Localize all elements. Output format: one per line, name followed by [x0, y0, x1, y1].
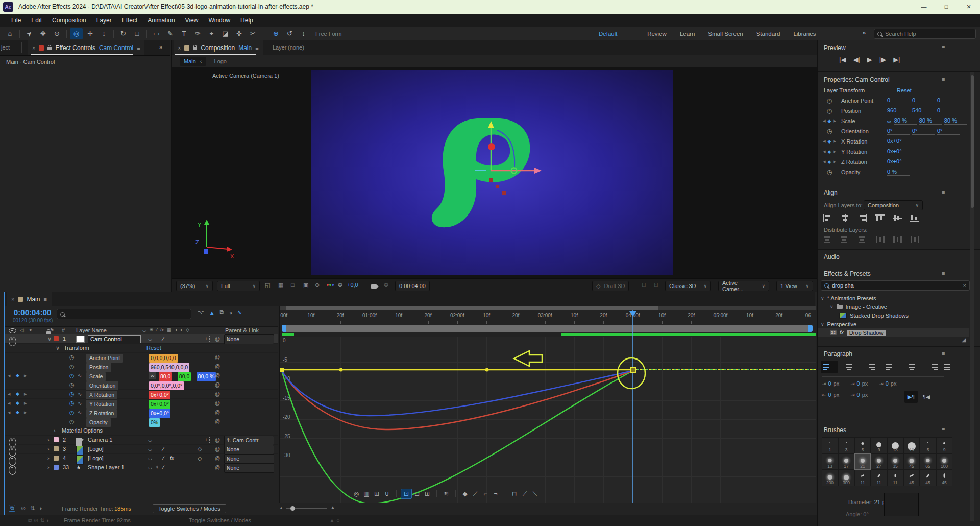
parent-dropdown[interactable]: None∨	[224, 334, 274, 344]
property-value[interactable]: 0	[937, 97, 960, 104]
close-tab-icon[interactable]: ×	[178, 45, 181, 51]
attach-point-box[interactable]: ⟂	[203, 437, 210, 443]
motion-blur-icon[interactable]: ◑	[229, 309, 232, 316]
keyframe-selected[interactable]	[630, 367, 635, 372]
clone-stamp-tool[interactable]: ⌖	[205, 28, 218, 39]
next-keyframe-icon[interactable]: ▶	[24, 399, 27, 408]
paragraph-justify-last-left-button[interactable]	[884, 361, 901, 373]
next-keyframe-icon[interactable]: ▶	[833, 150, 836, 154]
stopwatch-icon[interactable]: ◷	[69, 353, 75, 362]
paragraph-justify-all-button[interactable]	[942, 361, 960, 373]
space-after-value[interactable]: 0	[857, 392, 860, 398]
zoom-tool[interactable]: ⊙	[51, 28, 63, 39]
eraser-tool[interactable]: ◪	[219, 28, 232, 39]
more-workspaces-button[interactable]: »	[863, 30, 866, 36]
parent-dropdown[interactable]: 1. Cam Contr∨	[224, 436, 274, 445]
link-icon[interactable]: ∞	[887, 118, 891, 124]
keyframe-icon[interactable]: ◆	[16, 408, 19, 417]
brush-300[interactable]: 300	[838, 470, 854, 486]
attach-point-box[interactable]: ⟂	[203, 336, 210, 342]
auto-zoom-icon[interactable]: ⊡	[401, 489, 412, 499]
align-top[interactable]	[874, 213, 886, 223]
space-before-value[interactable]: 0	[886, 380, 889, 387]
property-value[interactable]: 0,0,0,0,0,0	[149, 354, 178, 363]
brush-5[interactable]: 5	[854, 437, 871, 453]
brushes-menu-icon[interactable]: ≡	[942, 426, 945, 433]
layer-row-cam-control[interactable]: ∨1Cam Control◡∕⟂@None∨	[5, 334, 278, 344]
keyframe-icon[interactable]: ◆	[828, 159, 831, 164]
paragraph-align-right-button[interactable]	[860, 361, 877, 373]
brush-angle-value[interactable]: 0°	[863, 511, 869, 517]
label-swatch[interactable]	[54, 456, 59, 461]
threed-layer-icon[interactable]: ◇	[198, 454, 202, 463]
panel-menu-icon[interactable]: ≡	[43, 296, 46, 302]
property-value[interactable]: 540	[912, 107, 935, 114]
align-to-dropdown[interactable]: Composition∨	[864, 200, 923, 210]
timeline-property-z-rotation[interactable]: ◀◆▶◷∿Z Rotation0x+0,0°@	[5, 408, 278, 417]
indent-right-margin-value[interactable]: 0	[828, 392, 831, 398]
stopwatch-icon[interactable]: ◷	[827, 97, 832, 104]
stopwatch-icon[interactable]: ◷	[827, 169, 832, 176]
pick-whip-icon[interactable]: @	[215, 380, 220, 389]
menu-edit[interactable]: Edit	[26, 17, 47, 24]
menu-composition[interactable]: Composition	[47, 17, 91, 24]
brush-45[interactable]: 45	[903, 453, 920, 470]
next-keyframe-icon[interactable]: ▶	[24, 408, 27, 417]
property-value[interactable]: 80,0	[159, 372, 172, 381]
paragraph-menu-icon[interactable]: ≡	[942, 350, 945, 356]
timeline-property-x-rotation[interactable]: ◀◆▶◷∿X Rotation0x+0,0°@	[5, 390, 278, 399]
expand-render-icon[interactable]: ⧉	[9, 505, 15, 512]
next-frame-button[interactable]: |▶	[879, 56, 886, 63]
curve-red[interactable]	[282, 371, 633, 429]
pick-whip-icon[interactable]: @	[215, 334, 220, 343]
tree-item-perspective[interactable]: ∨Perspective	[818, 320, 969, 328]
label-swatch[interactable]	[54, 437, 59, 442]
hold-icon[interactable]: ⊓	[509, 489, 520, 498]
brush-27[interactable]: 27	[871, 453, 887, 470]
menu-animation[interactable]: Animation	[142, 17, 180, 24]
brush-21[interactable]: 21	[854, 453, 871, 470]
keyframe-start[interactable]	[280, 368, 284, 372]
brush-3[interactable]: 3	[838, 437, 854, 453]
brush-9[interactable]: 9	[871, 437, 887, 453]
paragraph-align-left-button[interactable]	[821, 361, 838, 373]
shy-icon[interactable]: ◡	[148, 454, 152, 463]
zoom-in-icon[interactable]: ▲	[330, 505, 335, 510]
effect-controls-tab[interactable]: × Effect Controls Cam Control ≡	[28, 40, 144, 55]
menu-file[interactable]: File	[6, 17, 26, 24]
tree-item-stacked-drop-shadows[interactable]: Stacked Drop Shadows	[818, 311, 969, 320]
puppet-pin-tool[interactable]: ✜	[233, 28, 246, 39]
property-value[interactable]: 0°	[912, 128, 935, 135]
mini-flowchart-icon[interactable]: ⌥	[198, 309, 204, 316]
layer-row--logo-[interactable]: ›4[Logo]◡∕fx◇@None∨	[5, 454, 278, 463]
pick-whip-icon[interactable]: @	[215, 390, 220, 398]
expand-icon[interactable]: ›	[54, 426, 56, 435]
indent-first-line-value[interactable]: 0	[857, 380, 860, 387]
property-value[interactable]: 0 %	[887, 169, 910, 176]
viewer-timecode[interactable]: 0:00:04:00	[395, 281, 430, 291]
prev-keyframe-icon[interactable]: ◀	[823, 119, 825, 123]
menu-view[interactable]: View	[180, 17, 204, 24]
breadcrumb-main[interactable]: Main ‹	[180, 57, 206, 66]
align-bottom[interactable]	[909, 213, 921, 223]
tree-item-drop-shadow[interactable]: 32fxDrop Shadow	[818, 328, 969, 337]
draft-3d-icon[interactable]: ▲	[209, 309, 215, 316]
brush-5[interactable]: 5	[920, 437, 936, 453]
property-value[interactable]: 0,0°,0,0°,0,0°	[149, 381, 184, 390]
orbit-camera-tool[interactable]: ◎	[70, 28, 83, 39]
brush-17[interactable]: 17	[838, 453, 854, 470]
property-value[interactable]: 0	[887, 97, 910, 104]
property-value[interactable]: 80,0 %	[197, 372, 216, 381]
keyframe-dot[interactable]	[485, 368, 489, 372]
brush-11[interactable]: 11	[887, 470, 903, 486]
universal-gizmo[interactable]: ⊕	[270, 28, 282, 39]
parent-link-column[interactable]: Parent & Link	[225, 327, 259, 333]
property-value[interactable]: 0%	[149, 418, 160, 427]
menu-effect[interactable]: Effect	[117, 17, 142, 24]
workspace-libraries[interactable]: Libraries	[793, 31, 816, 37]
keyframe-icon[interactable]: ◆	[828, 139, 831, 144]
property-value[interactable]: 0°	[937, 128, 960, 135]
property-label[interactable]: Scale	[86, 372, 106, 381]
brush-35[interactable]: 35	[887, 453, 903, 470]
brush-45[interactable]: 45	[903, 470, 920, 486]
